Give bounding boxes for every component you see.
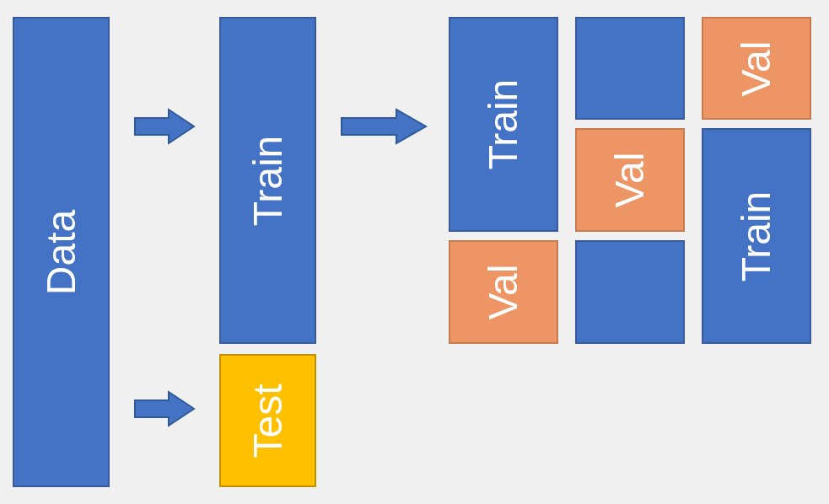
fold3-train-box: Train [702, 128, 811, 344]
arrow-train-to-splits [337, 105, 430, 147]
fold2-bottom-box [575, 240, 685, 344]
fold2-top-box [575, 17, 685, 120]
fold2-val-box: Val [575, 128, 685, 232]
fold1-train-label: Train [480, 79, 526, 170]
train-label: Train [245, 135, 291, 226]
fold1-val-box: Val [449, 240, 558, 344]
train-box: Train [219, 17, 316, 344]
fold1-train-box: Train [449, 17, 558, 232]
data-box: Data [13, 17, 110, 487]
arrow-data-to-test [131, 388, 198, 430]
test-box: Test [219, 354, 316, 487]
fold3-val-label: Val [734, 40, 780, 96]
fold3-train-label: Train [733, 190, 779, 281]
arrow-data-to-train [131, 105, 198, 147]
fold2-val-label: Val [607, 153, 654, 208]
data-label: Data [38, 209, 84, 294]
fold1-val-label: Val [481, 265, 527, 320]
test-label: Test [245, 383, 291, 458]
fold3-val-box: Val [702, 17, 811, 120]
